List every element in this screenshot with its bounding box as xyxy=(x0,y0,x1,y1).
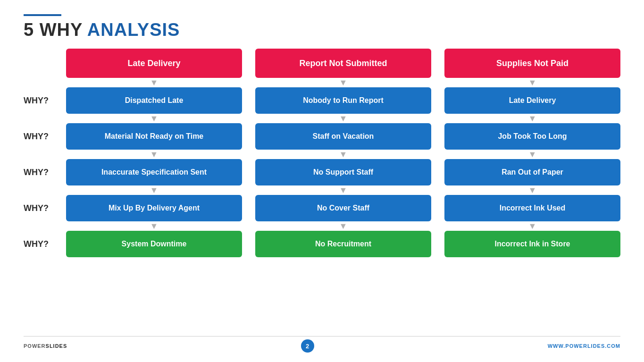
col2-arrow-4: ▼ xyxy=(255,221,431,231)
title-part2: ANALYSIS xyxy=(87,20,180,40)
col1-arrow-3: ▼ xyxy=(66,185,242,195)
col3-arrow-2: ▼ xyxy=(444,150,620,159)
why-label-3: WHY? xyxy=(24,159,66,185)
footer-brand-bold: SLIDES xyxy=(46,343,67,349)
title-underline xyxy=(24,14,61,16)
col1-arrow-1: ▼ xyxy=(66,114,242,123)
page-title: 5 WHY ANALYSIS xyxy=(24,20,620,40)
col2-arrow-0: ▼ xyxy=(255,78,431,87)
col1-box-1: Dispatched Late xyxy=(66,87,242,114)
col1-box-2: Material Not Ready on Time xyxy=(66,123,242,150)
col1-arrow-4: ▼ xyxy=(66,221,242,231)
col2-arrow-2: ▼ xyxy=(255,150,431,159)
why-label-5: WHY? xyxy=(24,231,66,257)
col2-box-1: Nobody to Run Report xyxy=(255,87,431,114)
col1-top-box: Late Delivery xyxy=(66,49,242,78)
why-labels-column: WHY? WHY? WHY? WHY? xyxy=(24,49,66,331)
column-3: Supplies Not Paid ▼ Late Delivery ▼ Job … xyxy=(444,49,620,331)
col3-box-4: Incorrect Ink Used xyxy=(444,195,620,221)
col3-top-box: Supplies Not Paid xyxy=(444,49,620,78)
col2-box-2: Staff on Vacation xyxy=(255,123,431,150)
col2-arrow-3: ▼ xyxy=(255,185,431,195)
footer: POWERSLIDES 2 WWW.POWERLIDES.COM xyxy=(24,336,620,353)
why-label-1: WHY? xyxy=(24,87,66,114)
footer-url: WWW.POWERLIDES.COM xyxy=(548,343,620,349)
col3-box-1: Late Delivery xyxy=(444,87,620,114)
col2-box-4: No Cover Staff xyxy=(255,195,431,221)
col2-top-box: Report Not Submitted xyxy=(255,49,431,78)
why-label-4: WHY? xyxy=(24,195,66,221)
col1-arrow-2: ▼ xyxy=(66,150,242,159)
why-label-2: WHY? xyxy=(24,123,66,150)
col3-arrow-0: ▼ xyxy=(444,78,620,87)
col3-box-5: Incorrect Ink in Store xyxy=(444,231,620,257)
col3-arrow-1: ▼ xyxy=(444,114,620,123)
col2-box-5: No Recruitment xyxy=(255,231,431,257)
col3-arrow-3: ▼ xyxy=(444,185,620,195)
column-1: Late Delivery ▼ Dispatched Late ▼ Materi… xyxy=(66,49,242,331)
footer-brand: POWERSLIDES xyxy=(24,343,67,349)
col1-box-5: System Downtime xyxy=(66,231,242,257)
col3-arrow-4: ▼ xyxy=(444,221,620,231)
footer-brand-plain: POWER xyxy=(24,343,46,349)
title-part1: 5 WHY xyxy=(24,20,87,40)
col3-box-2: Job Took Too Long xyxy=(444,123,620,150)
column-2: Report Not Submitted ▼ Nobody to Run Rep… xyxy=(255,49,431,331)
col2-box-3: No Support Staff xyxy=(255,159,431,185)
col3-box-3: Ran Out of Paper xyxy=(444,159,620,185)
col2-arrow-1: ▼ xyxy=(255,114,431,123)
col1-box-3: Inaccurate Specification Sent xyxy=(66,159,242,185)
page: 5 WHY ANALYSIS WHY? WHY? W xyxy=(0,0,644,362)
col1-box-4: Mix Up By Delivery Agent xyxy=(66,195,242,221)
col1-arrow-0: ▼ xyxy=(66,78,242,87)
page-number: 2 xyxy=(301,339,314,353)
title-section: 5 WHY ANALYSIS xyxy=(24,14,620,40)
columns-wrapper: Late Delivery ▼ Dispatched Late ▼ Materi… xyxy=(66,49,620,331)
